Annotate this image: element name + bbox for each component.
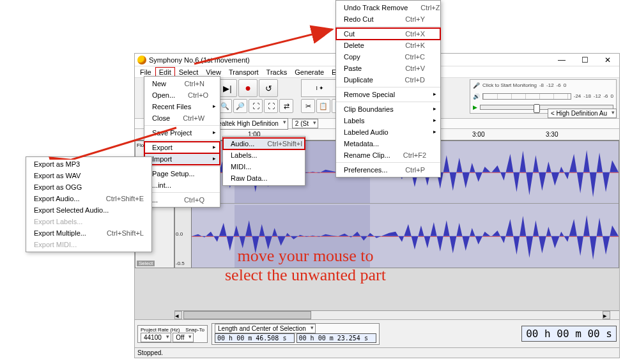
loop-button[interactable]: ↺ (259, 79, 278, 97)
edit-menu-separator (336, 102, 440, 102)
edit-menu-shortcut: Ctrl+V (405, 64, 425, 72)
channels-combo[interactable]: 2 (St (292, 119, 318, 128)
scroll-thumb[interactable] (183, 311, 311, 319)
monitoring-label[interactable]: Click to Start Monitoring (482, 82, 537, 88)
playback-device-combo[interactable]: < High Definition Au (548, 109, 617, 118)
edit-menu-item-14[interactable]: Metadata... (336, 138, 440, 149)
file-import-label: Audio... (231, 140, 254, 148)
close-button[interactable]: ✕ (596, 54, 619, 66)
file-import-item-0[interactable]: Audio...Ctrl+Shift+I (223, 138, 305, 149)
annotation-line-1: move your mouse to (237, 246, 373, 265)
toggle-button[interactable]: ⇄ (279, 99, 293, 113)
file-menu-label: New (152, 80, 166, 87)
export-menu-item-3[interactable]: Export Audio...Ctrl+Shift+E (26, 193, 151, 204)
selection-time-2[interactable]: 00 h 00 m 23.254 s (296, 333, 376, 343)
edit-menu-item-1[interactable]: Redo CutCtrl+Y (336, 13, 440, 25)
export-menu-shortcut: Ctrl+Shift+E (106, 195, 144, 202)
file-menu-item-11[interactable]: ...int... (144, 179, 220, 191)
export-menu-item-1[interactable]: Export as WAV (26, 170, 151, 181)
edit-menu-item-7[interactable]: DuplicateCtrl+D (336, 74, 440, 86)
tools-toolbar[interactable]: I ✦ (301, 79, 339, 97)
export-menu-item-6[interactable]: Export Multiple...Ctrl+Shift+L (26, 227, 151, 239)
edit-menu-label: Rename Clip... (344, 151, 390, 159)
selection-box: Length and Center of Selection 00 h 00 m… (212, 323, 380, 345)
selection-toolbar: Project Rate (Hz) Snap-To 44100 Off Leng… (135, 319, 619, 347)
zoom-out-button[interactable]: 🔎 (233, 99, 247, 113)
file-menu-item-5[interactable]: Save Project (144, 127, 220, 139)
file-import-item-2[interactable]: MIDI... (223, 161, 305, 172)
scroll-right-button[interactable]: ▸ (603, 311, 610, 319)
meter-tick-3: 0 (564, 82, 566, 88)
edit-menu-shortcut: Ctrl+C (405, 53, 425, 61)
scroll-left-button[interactable]: ◂ (174, 311, 182, 319)
edit-menu-item-4[interactable]: DeleteCtrl+K (336, 40, 440, 51)
file-menu-item-10[interactable]: Page Setup... (144, 168, 220, 179)
export-menu-item-2[interactable]: Export as OGG (26, 181, 151, 193)
snap-label: Snap-To (185, 327, 204, 333)
transport-toolbar: ▶| ● ↺ (218, 79, 278, 97)
edit-menu-item-0[interactable]: Undo Track RemoveCtrl+Z (336, 2, 440, 13)
skip-end-button[interactable]: ▶| (218, 79, 237, 97)
selection-mode-combo[interactable]: Length and Center of Selection (215, 324, 316, 333)
cut-button[interactable]: ✂ (301, 99, 315, 113)
selection-time-1[interactable]: 00 h 00 m 46.508 s (215, 333, 295, 343)
edit-menu-item-13[interactable]: Labeled Audio (336, 126, 440, 138)
fit-project-button[interactable]: ⛶ (264, 99, 278, 113)
maximize-button[interactable]: ☐ (573, 54, 596, 66)
export-menu-label: Export as OGG (34, 183, 82, 191)
edit-menu-item-15[interactable]: Rename Clip...Ctrl+F2 (336, 149, 440, 161)
menu-tracks[interactable]: Tracks (263, 67, 291, 77)
file-import-shortcut: Ctrl+Shift+I (267, 140, 302, 148)
file-menu-separator (144, 140, 220, 140)
meter2-tick-1: -18 (583, 93, 591, 99)
edit-menu-label: Cut (344, 30, 355, 38)
record-button[interactable]: ● (238, 79, 258, 97)
edit-menu-label: Duplicate (344, 76, 373, 84)
playback-meter[interactable] (482, 93, 571, 100)
project-rate-combo[interactable]: 44100 (141, 333, 171, 342)
file-import-item-1[interactable]: Labels... (223, 149, 305, 161)
edit-menu-item-12[interactable]: Labels (336, 115, 440, 126)
file-import-label: Raw Data... (231, 174, 267, 182)
edit-menu-item-3[interactable]: CutCtrl+X (336, 28, 440, 40)
menu-transport[interactable]: Transport (225, 67, 263, 77)
edit-menu-shortcut: Ctrl+D (405, 76, 425, 84)
horizontal-scrollbar[interactable]: ◂ ▸ (174, 310, 619, 319)
file-menu-item-13[interactable]: ...Ctrl+Q (144, 194, 220, 206)
file-menu-item-2[interactable]: Recent Files (144, 101, 220, 112)
file-menu-item-7[interactable]: Export (144, 142, 220, 153)
copy-button[interactable]: 📋 (316, 99, 330, 113)
mic-icon: 🎤 (473, 82, 480, 89)
edit-menu-item-6[interactable]: PasteCtrl+V (336, 63, 440, 74)
file-menu-label: Save Project (152, 129, 192, 137)
export-menu-item-5: Export Labels... (26, 216, 151, 227)
edit-menu-item-5[interactable]: CopyCtrl+C (336, 51, 440, 63)
export-menu-label: Export MIDI... (34, 241, 77, 248)
edit-menu-item-9[interactable]: Remove Special (336, 89, 440, 100)
export-menu-item-0[interactable]: Export as MP3 (26, 158, 151, 170)
track-select-label[interactable]: Select (137, 261, 155, 266)
file-menu-shortcut: Ctrl+Q (184, 196, 204, 204)
export-menu-item-4[interactable]: Export Selected Audio... (26, 204, 151, 216)
file-menu-item-8[interactable]: Import (144, 153, 220, 165)
export-menu-label: Export Audio... (34, 195, 80, 202)
file-menu-label: Export (152, 144, 173, 151)
menu-generate[interactable]: Generate (291, 67, 328, 77)
audio-position-time[interactable]: 00 h 00 m 00 s (521, 326, 617, 342)
edit-menu-shortcut: Ctrl+F2 (403, 151, 426, 159)
snap-combo[interactable]: Off (173, 333, 194, 342)
project-rate-box: Project Rate (Hz) Snap-To 44100 Off (137, 325, 208, 343)
file-menu-item-3[interactable]: CloseCtrl+W (144, 112, 220, 124)
file-export-submenu: Export as MP3Export as WAVExport as OGGE… (26, 156, 152, 252)
file-menu-item-1[interactable]: Open...Ctrl+O (144, 89, 220, 101)
play-arrow-icon: ▶ (473, 104, 477, 110)
edit-menu-label: Redo Cut (344, 15, 373, 23)
file-import-item-3[interactable]: Raw Data... (223, 172, 305, 184)
file-menu-label: Open... (152, 91, 175, 99)
minimize-button[interactable]: — (550, 54, 573, 66)
edit-menu-item-17[interactable]: Preferences...Ctrl+P (336, 164, 440, 176)
file-menu-item-0[interactable]: NewCtrl+N (144, 78, 220, 89)
edit-menu-item-11[interactable]: Clip Boundaries (336, 103, 440, 115)
fit-selection-button[interactable]: ⛶ (249, 99, 263, 113)
amp-4: -0.5 (176, 261, 190, 266)
